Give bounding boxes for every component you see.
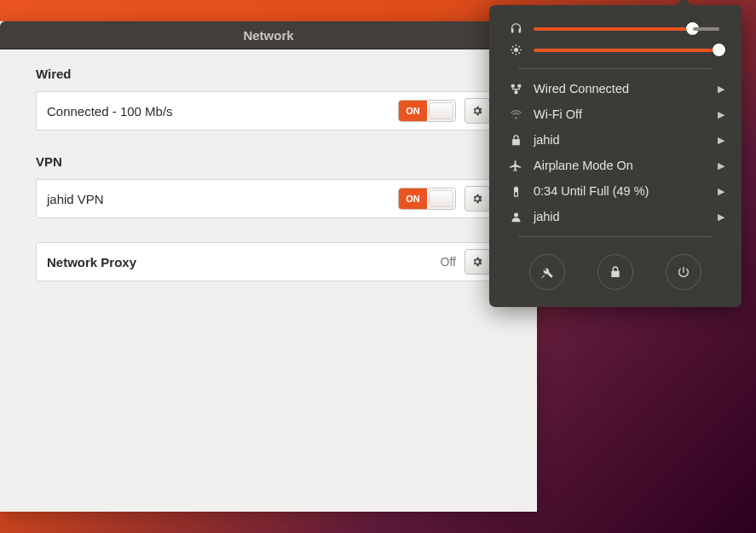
svg-rect-11 [514,90,517,94]
vpn-section: VPN + jahid VPN ON [0,130,537,218]
menu-airplane-label: Airplane Mode On [534,159,718,172]
svg-rect-10 [517,84,521,87]
svg-line-5 [512,46,513,47]
headphones-icon [506,22,525,35]
vpn-toggle-knob [429,190,453,207]
proxy-section: Network Proxy Off [0,218,537,281]
brightness-slider-thumb[interactable] [713,43,725,56]
volume-slider[interactable] [534,27,719,31]
menu-item-battery[interactable]: 0:34 Until Full (49 %) ▶ [489,178,742,204]
popup-separator [518,236,713,237]
menu-item-wired[interactable]: Wired Connected ▶ [489,76,742,101]
svg-line-6 [518,53,519,54]
brightness-icon [506,43,525,56]
chevron-right-icon: ▶ [718,211,724,223]
tools-icon [540,265,554,279]
system-menu-popup: Wired Connected ▶ Wi-Fi Off ▶ jahid ▶ Ai… [489,5,742,307]
network-settings-window: Network Wired + Connected - 100 Mb/s ON … [0,21,537,512]
window-title: Network [243,28,293,43]
svg-point-12 [514,212,518,217]
wifi-icon [506,108,525,121]
menu-item-vpn[interactable]: jahid ▶ [489,127,742,153]
vpn-heading: VPN [36,154,62,169]
wired-settings-button[interactable] [465,98,490,124]
lock-screen-button[interactable] [597,254,633,290]
menu-vpn-label: jahid [534,133,718,147]
wired-connection-row: Connected - 100 Mb/s ON [36,91,501,130]
proxy-heading: Network Proxy [47,255,441,269]
menu-wifi-label: Wi-Fi Off [534,107,718,121]
action-buttons-row [489,244,742,292]
network-proxy-row[interactable]: Network Proxy Off [36,242,501,281]
svg-line-7 [512,53,513,54]
gear-icon [471,105,483,117]
power-icon [677,265,690,279]
menu-battery-label: 0:34 Until Full (49 %) [534,184,718,198]
proxy-status-label: Off [441,255,456,269]
wired-icon [506,83,525,96]
chevron-right-icon: ▶ [718,84,724,95]
chevron-right-icon: ▶ [718,186,724,197]
lock-icon [609,265,622,279]
chevron-right-icon: ▶ [718,109,724,120]
battery-icon [506,185,525,198]
window-titlebar: Network [0,21,537,49]
chevron-right-icon: ▶ [718,160,724,171]
vpn-settings-button[interactable] [465,186,490,211]
wired-status-label: Connected - 100 Mb/s [47,104,398,119]
menu-wired-label: Wired Connected [534,82,718,96]
proxy-settings-button[interactable] [465,249,490,275]
power-button[interactable] [666,254,701,290]
svg-line-8 [518,46,519,47]
svg-point-0 [514,48,518,52]
menu-user-label: jahid [534,210,718,223]
lock-icon [506,134,525,147]
volume-slider-row [489,19,742,40]
airplane-icon [506,159,525,172]
gear-icon [471,193,483,205]
wired-section: Wired + Connected - 100 Mb/s ON [0,49,537,130]
popup-separator [518,68,713,69]
user-icon [506,211,525,223]
vpn-toggle[interactable]: ON [398,188,456,210]
menu-item-user[interactable]: jahid ▶ [489,204,742,229]
gear-icon [471,256,483,268]
chevron-right-icon: ▶ [718,135,724,146]
menu-item-airplane[interactable]: Airplane Mode On ▶ [489,153,742,178]
vpn-connection-row: jahid VPN ON [36,179,501,218]
vpn-name-label: jahid VPN [47,192,398,206]
svg-rect-9 [511,84,514,87]
brightness-slider-row [489,40,742,61]
wired-heading: Wired [36,67,72,81]
settings-button[interactable] [529,254,565,290]
wired-toggle-knob [429,102,453,119]
vpn-toggle-on-label: ON [399,188,427,209]
wired-toggle[interactable]: ON [398,100,456,122]
wired-toggle-on-label: ON [399,101,427,121]
menu-item-wifi[interactable]: Wi-Fi Off ▶ [489,101,742,127]
brightness-slider[interactable] [534,49,719,52]
